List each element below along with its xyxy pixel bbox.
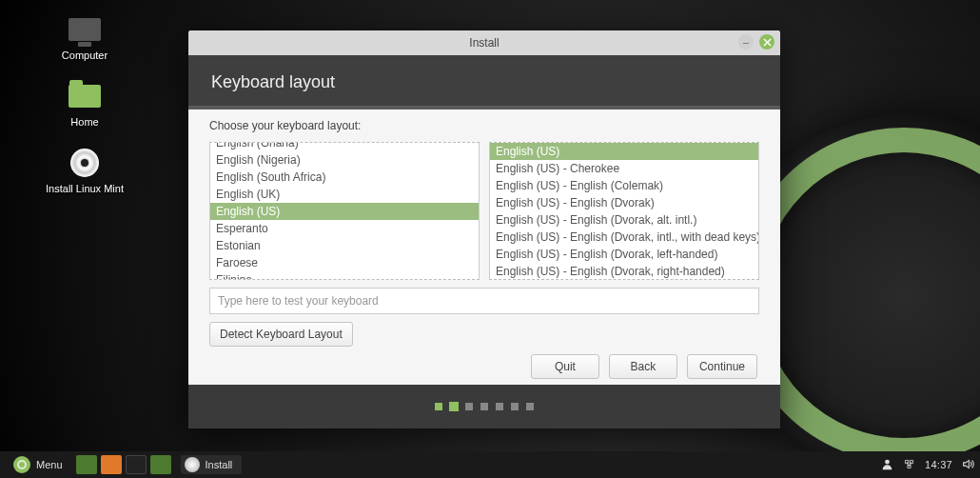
list-item[interactable]: English (South Africa) xyxy=(210,169,479,186)
files-launcher[interactable] xyxy=(150,455,171,474)
list-item[interactable]: English (US) - Cherokee xyxy=(490,160,758,177)
progress-dot xyxy=(480,403,488,410)
progress-dot xyxy=(496,403,503,410)
list-item[interactable]: Faroese xyxy=(210,254,479,271)
firefox-launcher[interactable] xyxy=(101,455,122,474)
disc-icon xyxy=(185,457,200,472)
installer-window: Install – Keyboard layout Choose your ke… xyxy=(188,30,780,428)
clock[interactable]: 14:37 xyxy=(925,459,952,470)
list-item[interactable]: English (US) xyxy=(210,203,479,220)
list-item[interactable]: English (US) - English (Dvorak, right-ha… xyxy=(490,263,758,280)
layout-variant-list[interactable]: English (US)English (US) - CherokeeEngli… xyxy=(489,142,759,280)
installer-content: Choose your keyboard layout: English (Gh… xyxy=(188,110,780,385)
user-icon[interactable] xyxy=(881,458,893,472)
desktop-icon-label: Install Linux Mint xyxy=(46,183,124,194)
terminal-launcher[interactable] xyxy=(126,455,147,474)
taskbar: Menu Install 14:37 xyxy=(0,451,980,478)
window-titlebar[interactable]: Install – xyxy=(188,30,780,55)
list-item[interactable]: Estonian xyxy=(210,237,479,254)
network-icon[interactable] xyxy=(903,458,915,472)
desktop-icon-label: Computer xyxy=(62,50,108,61)
step-header: Keyboard layout xyxy=(188,55,780,110)
desktop-icon-home[interactable]: Home xyxy=(32,80,137,128)
list-item[interactable]: English (US) - English (Colemak) xyxy=(490,177,758,194)
window-minimize-button[interactable]: – xyxy=(738,34,754,50)
list-item[interactable]: English (US) - English (Dvorak, left-han… xyxy=(490,246,758,263)
mint-logo-icon xyxy=(13,456,30,473)
nav-buttons: Quit Back Continue xyxy=(209,354,759,383)
desktop-icon-label: Home xyxy=(70,116,98,128)
desktop-icon-install[interactable]: Install Linux Mint xyxy=(32,147,137,194)
volume-icon[interactable] xyxy=(962,458,974,472)
desktop-icon-computer[interactable]: Computer xyxy=(32,13,137,61)
progress-dot xyxy=(526,403,534,410)
back-button[interactable]: Back xyxy=(609,354,677,379)
monitor-icon xyxy=(66,13,104,46)
list-item[interactable]: English (US) - English (Dvorak, alt. int… xyxy=(490,211,758,229)
list-item[interactable]: Esperanto xyxy=(210,220,479,237)
prompt-text: Choose your keyboard layout: xyxy=(209,119,759,132)
quit-button[interactable]: Quit xyxy=(531,354,599,379)
list-item[interactable]: English (Nigeria) xyxy=(210,151,479,169)
system-tray: 14:37 xyxy=(881,458,974,472)
progress-dot xyxy=(465,403,473,410)
folder-icon xyxy=(66,80,104,112)
disc-icon xyxy=(66,147,104,179)
menu-label: Menu xyxy=(36,459,63,470)
list-item[interactable]: English (UK) xyxy=(210,186,479,203)
window-title: Install xyxy=(469,36,499,50)
taskbar-item-label: Install xyxy=(206,459,233,470)
list-item[interactable]: Filipino xyxy=(210,271,479,280)
list-item[interactable]: English (US) - English (Dvorak) xyxy=(490,194,758,211)
list-item[interactable]: English (US) xyxy=(490,143,758,160)
list-item[interactable]: English (US) - English (Dvorak, intl., w… xyxy=(490,229,758,246)
progress-indicator xyxy=(188,385,780,428)
continue-button[interactable]: Continue xyxy=(687,354,757,379)
close-icon xyxy=(763,38,772,47)
layout-language-list[interactable]: English (Ghana)English (Nigeria)English … xyxy=(209,142,480,280)
window-close-button[interactable] xyxy=(759,34,774,50)
quick-launchers xyxy=(76,455,171,474)
show-desktop-launcher[interactable] xyxy=(76,455,97,474)
progress-dot xyxy=(449,402,459,411)
taskbar-item-install[interactable]: Install xyxy=(181,455,243,474)
keyboard-test-input[interactable] xyxy=(209,288,759,314)
progress-dot xyxy=(435,403,442,410)
detect-layout-button[interactable]: Detect Keyboard Layout xyxy=(209,322,353,347)
progress-dot xyxy=(511,403,519,410)
list-item[interactable]: English (Ghana) xyxy=(210,142,479,151)
menu-button[interactable]: Menu xyxy=(6,454,70,475)
desktop-icons: Computer Home Install Linux Mint xyxy=(32,13,137,194)
